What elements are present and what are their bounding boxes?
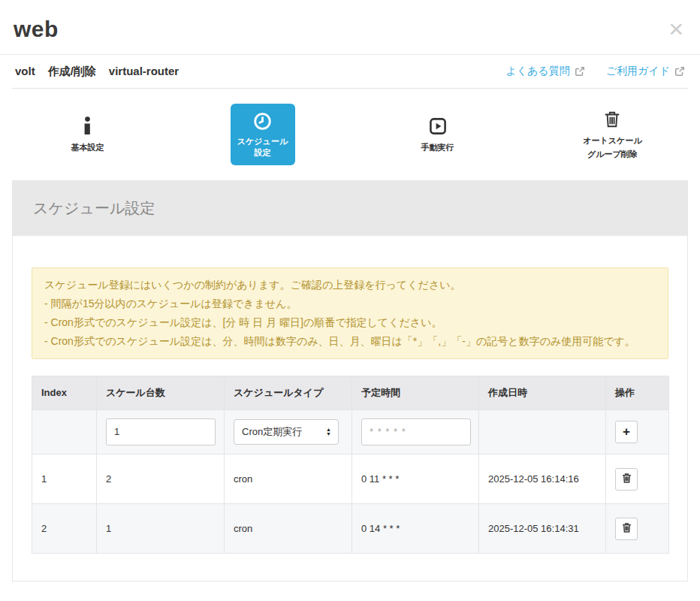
warning-line: スケジュール登録にはいくつかの制約があります。ご確認の上登録を行ってください。 <box>44 276 656 294</box>
panel-body: スケジュール登録にはいくつかの制約があります。ご確認の上登録を行ってください。 … <box>13 236 687 581</box>
tab-autoscale-group-delete[interactable]: オートスケール グループ削除 <box>525 101 700 168</box>
tab-label-line2: グループ削除 <box>587 149 638 160</box>
breadcrumb-item-virtual-router: virtual-router <box>109 65 179 79</box>
col-header-created-at: 作成日時 <box>479 376 606 409</box>
cell-time: 0 11 * * * <box>352 454 479 503</box>
schedule-type-select[interactable]: Cron定期実行 ▲▼ <box>234 419 339 445</box>
help-links: よくある質問 ご利用ガイド <box>505 65 685 78</box>
add-schedule-button[interactable]: + <box>615 421 638 443</box>
modal-title: web <box>14 17 59 42</box>
col-header-scale-count: スケール台数 <box>97 376 225 409</box>
tab-manual-run[interactable]: 手動実行 <box>350 108 525 161</box>
external-link-icon <box>674 66 685 77</box>
col-header-actions: 操作 <box>606 376 669 409</box>
breadcrumb-bar: volt 作成/削除 virtual-router よくある質問 ご利用ガイド <box>12 55 688 89</box>
schedule-form-row: Cron定期実行 ▲▼ + <box>32 409 669 454</box>
warning-line: - 間隔が15分以内のスケジュールは登録できません。 <box>44 294 656 313</box>
trash-icon <box>622 473 632 486</box>
panel-heading: スケジュール設定 <box>13 181 687 236</box>
empty-cell <box>32 409 97 454</box>
select-arrows-icon: ▲▼ <box>326 427 331 436</box>
trash-icon <box>622 522 632 536</box>
play-icon <box>429 116 447 136</box>
plus-icon: + <box>623 425 630 438</box>
guide-link-label: ご利用ガイド <box>606 65 670 78</box>
cell-index: 2 <box>32 503 97 553</box>
clock-icon <box>252 111 273 131</box>
faq-link[interactable]: よくある質問 <box>505 65 584 78</box>
delete-schedule-button[interactable] <box>615 518 638 540</box>
cell-type: cron <box>225 454 352 503</box>
col-header-index: Index <box>32 376 97 409</box>
breadcrumb-item-volt: volt <box>15 65 35 79</box>
external-link-icon <box>575 66 585 77</box>
trash-icon <box>604 109 620 129</box>
tab-schedule-settings[interactable]: スケジュール設定 <box>175 104 350 166</box>
schedule-table: Index スケール台数 スケジュールタイプ 予定時間 作成日時 操作 <box>32 376 669 554</box>
scale-count-input[interactable] <box>106 418 216 445</box>
close-icon[interactable]: × <box>668 19 683 39</box>
cell-scale-count: 1 <box>97 503 225 553</box>
modal-header: web × <box>0 0 700 55</box>
cell-created: 2025-12-05 16:14:31 <box>479 503 606 553</box>
schedule-panel: スケジュール設定 スケジュール登録にはいくつかの制約があります。ご確認の上登録を… <box>12 180 688 581</box>
tab-basic-settings[interactable]: 基本設定 <box>0 108 175 161</box>
warning-line: - Cron形式でのスケジュール設定は、分、時間は数字のみ、日、月、曜日は「*」… <box>44 332 656 351</box>
tab-label: スケジュール設定 <box>234 136 292 159</box>
schedule-row: 1 2 cron 0 11 * * * 2025-12-05 16:14:16 <box>32 454 669 503</box>
warning-line: - Cron形式でのスケジュール設定は、[分 時 日 月 曜日]の順番で指定して… <box>44 313 656 332</box>
tab-label: 基本設定 <box>71 142 104 153</box>
cell-time: 0 14 * * * <box>352 503 479 553</box>
table-header-row: Index スケール台数 スケジュールタイプ 予定時間 作成日時 操作 <box>32 376 669 409</box>
tab-label: 手動実行 <box>421 142 454 153</box>
cell-index: 1 <box>32 454 97 503</box>
empty-cell <box>479 409 606 454</box>
selected-option-label: Cron定期実行 <box>242 425 302 439</box>
info-icon <box>83 116 92 136</box>
schedule-row: 2 1 cron 0 14 * * * 2025-12-05 16:14:31 <box>32 503 669 553</box>
cell-created: 2025-12-05 16:14:16 <box>479 454 606 503</box>
faq-link-label: よくある質問 <box>505 65 569 78</box>
cell-scale-count: 2 <box>97 454 225 503</box>
tab-label: オートスケール <box>583 135 641 146</box>
tab-bar: 基本設定 スケジュール設定 手動実行 <box>0 89 700 180</box>
guide-link[interactable]: ご利用ガイド <box>606 65 685 78</box>
breadcrumb: volt 作成/削除 virtual-router <box>15 65 179 79</box>
cell-type: cron <box>225 503 352 553</box>
col-header-planned-time: 予定時間 <box>352 376 479 409</box>
warning-box: スケジュール登録にはいくつかの制約があります。ご確認の上登録を行ってください。 … <box>32 267 668 359</box>
planned-time-input[interactable] <box>361 418 471 445</box>
breadcrumb-item-create-delete: 作成/削除 <box>48 65 96 79</box>
delete-schedule-button[interactable] <box>615 468 638 491</box>
col-header-schedule-type: スケジュールタイプ <box>225 376 352 409</box>
